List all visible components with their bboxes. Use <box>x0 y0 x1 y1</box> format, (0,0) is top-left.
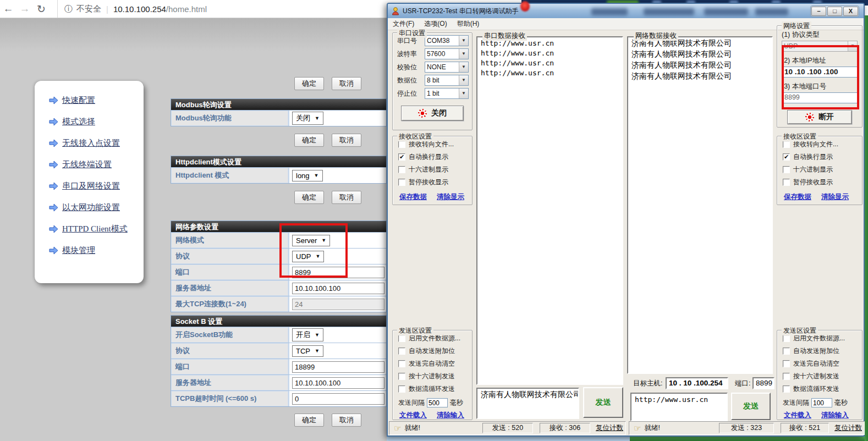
dropdown-arrow-icon[interactable]: ▼ <box>459 49 468 59</box>
arrow-right-icon <box>49 96 58 104</box>
forward-icon[interactable]: → <box>17 3 33 15</box>
disconnect-button[interactable]: 断开 <box>787 110 852 124</box>
dropdown-arrow-icon[interactable]: ▼ <box>459 75 468 85</box>
hex-display-checkbox[interactable]: 十六进制显示 <box>398 165 472 174</box>
sidebar-item-wireless-ap[interactable]: 无线接入点设置 <box>49 133 144 154</box>
save-data-link[interactable]: 保存数据 <box>399 192 427 202</box>
cancel-button[interactable]: 取消 <box>332 134 361 147</box>
send-interval-input[interactable] <box>427 398 448 407</box>
titlebar-blob <box>644 8 694 15</box>
clear-after-send-checkbox[interactable]: 发送完自动清空 <box>398 359 472 368</box>
ok-button[interactable]: 确定 <box>294 414 324 427</box>
hex-send-checkbox[interactable]: 按十六进制发送 <box>783 372 862 381</box>
network-mode-select[interactable]: Server ▼ <box>292 235 330 246</box>
net-recv-area[interactable]: 济南有人物联网技术有限公司 济南有人物联网技术有限公司 济南有人物联网技术有限公… <box>627 36 773 374</box>
network-params-section: 网络参数设置 网络模式 Server ▼ 协议 UDP ▼ 端口 <box>171 220 387 312</box>
ok-button[interactable]: 确定 <box>294 191 324 204</box>
load-file-link[interactable]: 文件载入 <box>399 411 427 420</box>
clear-input-link[interactable]: 清除输入 <box>437 411 464 420</box>
net-send-input[interactable]: http://www.usr.cn <box>630 393 728 421</box>
cancel-button[interactable]: 取消 <box>332 77 361 90</box>
maximize-button[interactable]: □ <box>827 7 842 16</box>
hex-send-checkbox[interactable]: 按十六进制发送 <box>398 372 472 381</box>
ok-button[interactable]: 确定 <box>294 77 324 90</box>
red-marker-dot <box>520 1 530 12</box>
target-port-field[interactable]: 8899 <box>752 377 774 389</box>
parity-select[interactable]: NONE▼ <box>425 62 469 73</box>
clear-input-link[interactable]: 清除输入 <box>821 411 849 420</box>
serial-close-button[interactable]: 关闭 <box>401 106 464 121</box>
menu-options[interactable]: 选项(O) <box>419 19 452 29</box>
serial-send-button[interactable]: 发送 <box>583 387 623 418</box>
hex-display-checkbox[interactable]: 十六进制显示 <box>783 165 862 174</box>
local-ip-field[interactable]: 10 .10 .100 .100 <box>782 67 858 78</box>
clear-display-link[interactable]: 清除显示 <box>437 192 464 202</box>
arrow-right-icon <box>49 139 58 147</box>
data-bits-select[interactable]: 8 bit▼ <box>425 75 469 86</box>
title-bar[interactable]: USR-TCP232-Test 串口转网络调试助手 – □ X <box>388 4 864 18</box>
cancel-button[interactable]: 取消 <box>332 191 361 204</box>
sidebar-item-httpd-client[interactable]: HTTPD Client模式 <box>49 218 144 240</box>
net-send-button[interactable]: 发送 <box>731 393 771 420</box>
reload-icon[interactable]: ↻ <box>33 3 50 15</box>
modbus-poll-select[interactable]: 关闭 ▼ <box>292 112 323 125</box>
serial-send-input[interactable]: 济南有人物联网技术有限公司 <box>476 388 579 419</box>
sidebar-item-wireless-sta[interactable]: 无线终端设置 <box>49 154 144 175</box>
dropdown-arrow-icon[interactable]: ▼ <box>459 62 468 72</box>
socketb-port-input[interactable] <box>292 361 384 373</box>
stop-bits-select[interactable]: 1 bit▼ <box>425 88 469 99</box>
reset-counter-link[interactable]: 复位计数 <box>596 423 623 433</box>
auto-append-checkbox[interactable]: 自动发送附加位 <box>783 346 862 356</box>
serial-recv-title: 串口数据接收 <box>482 31 527 41</box>
auto-wrap-checkbox[interactable]: ✔自动换行显示 <box>398 152 472 162</box>
socketb-enable-select[interactable]: 开启 ▼ <box>292 328 323 341</box>
recv-counter: 接收 : 521 <box>781 423 829 433</box>
auto-wrap-checkbox[interactable]: ✔自动换行显示 <box>783 152 862 162</box>
loop-send-checkbox[interactable]: 数据流循环发送 <box>398 384 472 394</box>
url-path: /home.html <box>166 4 207 14</box>
sidebar-item-serial-network[interactable]: 串口及网络设置 <box>49 175 144 197</box>
pause-recv-checkbox[interactable]: 暂停接收显示 <box>783 178 862 187</box>
serial-recv-area[interactable]: http://www.usr.cn http://www.usr.cn http… <box>476 36 623 385</box>
sidebar-item-quick-config[interactable]: 快速配置 <box>49 90 144 111</box>
baud-rate-select[interactable]: 57600▼ <box>425 48 469 59</box>
httpdclient-mode-select[interactable]: long ▼ <box>292 170 323 181</box>
sidebar-item-ethernet[interactable]: 以太网功能设置 <box>49 197 144 218</box>
target-host-field[interactable]: 10 . 10 .100.254 <box>666 377 728 389</box>
loop-send-checkbox[interactable]: 数据流循环发送 <box>783 384 862 394</box>
send-interval-input[interactable] <box>811 398 832 407</box>
pause-recv-checkbox[interactable]: 暂停接收显示 <box>398 178 472 187</box>
clear-display-link[interactable]: 清除显示 <box>821 192 849 202</box>
socketb-protocol-select[interactable]: TCP ▼ <box>292 345 323 357</box>
max-tcp-input <box>292 299 384 310</box>
sidebar-item-module-manage[interactable]: 模块管理 <box>49 240 144 261</box>
auto-append-checkbox[interactable]: 自动发送附加位 <box>398 346 472 356</box>
port-input[interactable] <box>292 267 384 278</box>
protocol-select[interactable]: UDP ▼ <box>292 251 324 262</box>
cancel-button[interactable]: 取消 <box>332 414 361 427</box>
reset-counter-link[interactable]: 复位计数 <box>834 423 862 433</box>
minimize-button[interactable]: – <box>811 7 826 16</box>
ready-hand-icon: ☞ <box>634 423 641 433</box>
local-port-field[interactable]: 8899 <box>782 92 858 103</box>
serial-settings-group: 串口设置 串口号 COM38▼ 波特率 57600▼ 校验位 NONE▼ 数据位… <box>392 32 473 130</box>
status-bar-serial: ☞ 就绪! 发送 : 520 接收 : 306 复位计数 <box>389 421 626 435</box>
clear-after-send-checkbox[interactable]: 发送完自动清空 <box>783 359 862 368</box>
dropdown-arrow-icon[interactable]: ▼ <box>459 89 468 98</box>
dropdown-arrow-icon: ▼ <box>314 173 319 178</box>
server-address-input[interactable] <box>292 283 384 294</box>
site-info-icon[interactable]: ⓘ <box>64 4 73 14</box>
socketb-server-input[interactable] <box>292 377 384 389</box>
ok-button[interactable]: 确定 <box>294 134 324 147</box>
menu-file[interactable]: 文件(F) <box>388 19 419 29</box>
sidebar-item-mode-select[interactable]: 模式选择 <box>49 111 144 133</box>
load-file-link[interactable]: 文件载入 <box>784 411 811 420</box>
save-data-link[interactable]: 保存数据 <box>784 192 811 202</box>
back-icon[interactable]: ← <box>0 3 17 15</box>
com-port-select[interactable]: COM38▼ <box>425 35 469 46</box>
socketb-section: Socket B 设置 开启SocketB功能 开启 ▼ 协议 TCP ▼ 端口 <box>171 315 387 407</box>
menu-help[interactable]: 帮助(H) <box>452 19 485 29</box>
close-button[interactable]: X <box>843 7 858 16</box>
dropdown-arrow-icon[interactable]: ▼ <box>459 36 468 46</box>
tcpb-timeout-input[interactable] <box>292 393 384 405</box>
